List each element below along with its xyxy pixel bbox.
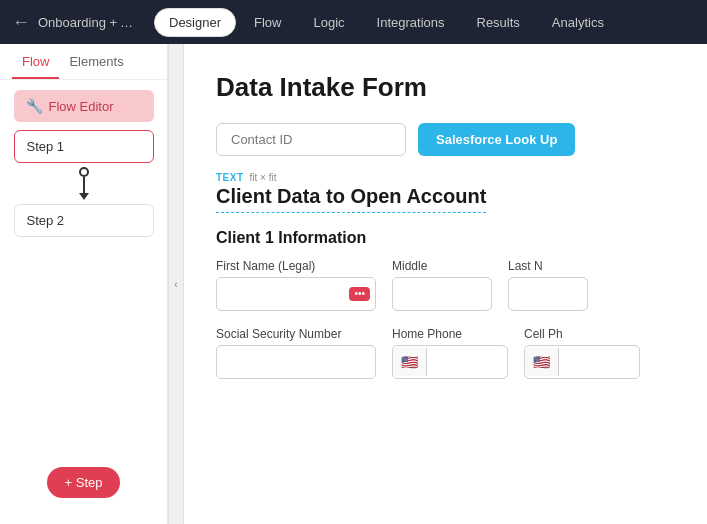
step-1-item[interactable]: Step 1 xyxy=(14,130,154,163)
flow-editor-icon: 🔧 xyxy=(26,98,43,114)
cell-phone-flag: 🇺🇸 xyxy=(525,348,559,376)
nav-tab-logic[interactable]: Logic xyxy=(299,9,358,36)
connector-dot xyxy=(79,167,89,177)
back-arrow-icon: ← xyxy=(12,12,30,33)
first-name-group: First Name (Legal) ••• xyxy=(216,259,376,311)
nav-tab-analytics[interactable]: Analytics xyxy=(538,9,618,36)
middle-name-group: Middle xyxy=(392,259,492,311)
middle-label: Middle xyxy=(392,259,492,273)
flow-editor-label: Flow Editor xyxy=(49,99,114,114)
ssn-group: Social Security Number xyxy=(216,327,376,379)
sidebar-tab-elements[interactable]: Elements xyxy=(59,44,133,79)
fit-label: fit × fit xyxy=(250,172,277,183)
last-name-group: Last N xyxy=(508,259,588,311)
connector-line xyxy=(83,177,85,193)
last-name-label: Last N xyxy=(508,259,588,273)
form-area: Data Intake Form Salesforce Look Up TEXT… xyxy=(184,44,707,524)
contact-id-input[interactable] xyxy=(216,123,406,156)
first-name-label: First Name (Legal) xyxy=(216,259,376,273)
add-step-button[interactable]: + Step xyxy=(47,467,121,498)
step-2-item[interactable]: Step 2 xyxy=(14,204,154,237)
nav-tab-results[interactable]: Results xyxy=(463,9,534,36)
form-title: Data Intake Form xyxy=(216,72,675,103)
project-name: Onboarding + A... xyxy=(38,15,138,30)
sidebar-tab-flow[interactable]: Flow xyxy=(12,44,59,79)
connector-arrow xyxy=(79,193,89,200)
last-name-input[interactable] xyxy=(508,277,588,311)
flow-editor-button[interactable]: 🔧 Flow Editor xyxy=(14,90,154,122)
back-button[interactable]: ← xyxy=(12,12,30,33)
subsection-title: Client 1 Information xyxy=(216,229,675,247)
phone-fields-row: Social Security Number Home Phone 🇺🇸 Cel… xyxy=(216,327,675,379)
section-heading: Client Data to Open Account xyxy=(216,185,486,213)
main-layout: Flow Elements 🔧 Flow Editor Step 1 Step … xyxy=(0,44,707,524)
middle-input[interactable] xyxy=(392,277,492,311)
nav-tab-designer[interactable]: Designer xyxy=(154,8,236,37)
cell-phone-flag-input: 🇺🇸 xyxy=(524,345,640,379)
sidebar-tabs: Flow Elements xyxy=(0,44,167,80)
sidebar-content: 🔧 Flow Editor Step 1 Step 2 + Step xyxy=(0,80,167,524)
contact-row: Salesforce Look Up xyxy=(216,123,675,156)
collapse-handle[interactable]: ‹ xyxy=(168,44,184,524)
cell-phone-group: Cell Ph 🇺🇸 xyxy=(524,327,640,379)
home-phone-flag: 🇺🇸 xyxy=(393,348,427,376)
nav-tab-integrations[interactable]: Integrations xyxy=(363,9,459,36)
sidebar: Flow Elements 🔧 Flow Editor Step 1 Step … xyxy=(0,44,168,524)
name-fields-row: First Name (Legal) ••• Middle Last N xyxy=(216,259,675,311)
home-phone-label: Home Phone xyxy=(392,327,508,341)
collapse-arrow-icon: ‹ xyxy=(174,279,177,290)
text-badge: TEXT xyxy=(216,172,244,183)
home-phone-flag-input: 🇺🇸 xyxy=(392,345,508,379)
cell-phone-label: Cell Ph xyxy=(524,327,640,341)
first-name-input-wrapper: ••• xyxy=(216,277,376,311)
salesforce-lookup-button[interactable]: Salesforce Look Up xyxy=(418,123,575,156)
top-nav: ← Onboarding + A... Designer Flow Logic … xyxy=(0,0,707,44)
home-phone-input[interactable] xyxy=(427,349,507,376)
nav-tab-flow[interactable]: Flow xyxy=(240,9,295,36)
text-label-row: TEXT fit × fit xyxy=(216,172,675,183)
ssn-label: Social Security Number xyxy=(216,327,376,341)
cell-phone-input[interactable] xyxy=(559,349,639,376)
home-phone-group: Home Phone 🇺🇸 xyxy=(392,327,508,379)
first-name-dots-button[interactable]: ••• xyxy=(349,287,370,301)
ssn-input[interactable] xyxy=(216,345,376,379)
step-connector xyxy=(79,167,89,200)
